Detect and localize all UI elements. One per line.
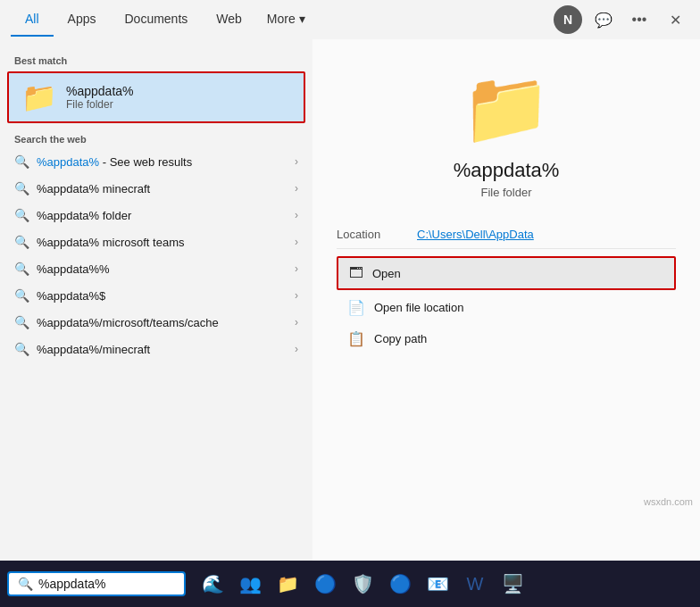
feedback-icon[interactable]: 💬 — [589, 5, 618, 34]
app-folder-icon: 📁 — [462, 66, 551, 150]
search-icon: 🔍 — [14, 315, 29, 329]
list-item[interactable]: 🔍 %appdata%% › — [0, 255, 312, 282]
search-icon: 🔍 — [14, 288, 29, 303]
search-icon: 🔍 — [14, 262, 29, 276]
tab-more[interactable]: More ▾ — [256, 3, 316, 37]
main-layout: Best match 📁 %appdata% File folder Searc… — [0, 39, 700, 561]
search-icon: 🔍 — [14, 342, 29, 356]
best-match-item[interactable]: 📁 %appdata% File folder — [7, 71, 305, 123]
action-list: 🗔 Open 📄 Open file location 📋 Copy path — [337, 256, 676, 354]
result-text: %appdata%% — [37, 262, 110, 276]
open-label: Open — [372, 267, 401, 280]
result-text: %appdata% - See web results — [37, 155, 192, 169]
list-item[interactable]: 🔍 %appdata% folder › — [0, 202, 312, 229]
best-match-title: %appdata% — [66, 84, 134, 98]
result-left: 🔍 %appdata% minecraft — [14, 181, 150, 195]
chrome-icon[interactable]: 🔵 — [307, 566, 343, 602]
list-item[interactable]: 🔍 %appdata%$ › — [0, 282, 312, 309]
app-icon-extra[interactable]: 🖥️ — [495, 566, 530, 602]
best-match-text: %appdata% File folder — [66, 84, 134, 111]
chevron-right-icon: › — [295, 236, 298, 248]
tab-web[interactable]: Web — [202, 3, 256, 37]
taskbar: 🔍 🌊 👥 📁 🔵 🛡️ 🔵 📧 W 🖥️ — [0, 561, 700, 607]
watermark: wsxdn.com — [644, 496, 693, 507]
search-web-label: Search the web — [0, 125, 312, 148]
more-label: More — [267, 12, 296, 26]
chevron-right-icon: › — [295, 155, 298, 168]
result-left: 🔍 %appdata% folder — [14, 208, 131, 222]
location-label: Location — [337, 228, 417, 241]
info-row: Location C:\Users\Dell\AppData — [337, 220, 676, 249]
user-avatar[interactable]: N — [554, 5, 582, 34]
tab-documents[interactable]: Documents — [110, 3, 202, 37]
result-text: %appdata% folder — [37, 209, 131, 222]
tab-apps[interactable]: Apps — [54, 3, 111, 37]
list-item[interactable]: 🔍 %appdata%/microsoft/teams/cache › — [0, 309, 312, 336]
right-panel: 📁 %appdata% File folder Location C:\User… — [312, 39, 700, 561]
explorer-icon[interactable]: 📁 — [270, 566, 305, 602]
google-icon[interactable]: 🔵 — [382, 566, 418, 602]
edge-icon[interactable]: 🌊 — [195, 566, 230, 602]
result-text: %appdata%/minecraft — [37, 343, 150, 356]
list-item[interactable]: 🔍 %appdata% - See web results › — [0, 148, 312, 175]
open-action[interactable]: 🗔 Open — [337, 256, 676, 290]
result-text: %appdata%$ — [37, 289, 105, 303]
top-nav: All Apps Documents Web More ▾ N 💬 ••• ✕ — [0, 0, 700, 39]
list-item[interactable]: 🔍 %appdata% microsoft teams › — [0, 229, 312, 255]
copy-path-label: Copy path — [374, 332, 427, 345]
chevron-right-icon: › — [295, 289, 298, 302]
open-icon: 🗔 — [349, 265, 363, 281]
best-match-subtitle: File folder — [66, 98, 134, 111]
taskbar-search[interactable]: 🔍 — [7, 571, 186, 596]
search-icon: 🔍 — [14, 181, 29, 195]
chevron-right-icon: › — [295, 343, 298, 355]
result-left: 🔍 %appdata%/minecraft — [14, 342, 150, 356]
search-icon: 🔍 — [14, 154, 29, 169]
antivirus-icon[interactable]: 🛡️ — [345, 566, 380, 602]
copy-path-action[interactable]: 📋 Copy path — [337, 323, 676, 354]
chevron-right-icon: › — [295, 182, 298, 195]
open-file-location-label: Open file location — [374, 301, 463, 314]
nav-right: N 💬 ••• ✕ — [554, 5, 689, 34]
result-left: 🔍 %appdata%$ — [14, 288, 105, 303]
location-value[interactable]: C:\Users\Dell\AppData — [417, 228, 534, 241]
open-file-location-action[interactable]: 📄 Open file location — [337, 292, 676, 323]
result-text: %appdata% microsoft teams — [37, 236, 184, 249]
copy-path-icon: 📋 — [347, 330, 365, 347]
nav-tabs: All Apps Documents Web More ▾ — [11, 3, 554, 37]
app-subtitle: File folder — [480, 186, 531, 199]
folder-icon: 📁 — [21, 80, 57, 114]
chevron-right-icon: › — [295, 262, 298, 275]
best-match-label: Best match — [0, 50, 312, 70]
tab-all[interactable]: All — [11, 3, 54, 37]
result-text: %appdata% minecraft — [37, 182, 150, 195]
teams-icon[interactable]: 👥 — [232, 566, 268, 602]
more-options-icon[interactable]: ••• — [625, 5, 654, 34]
chevron-down-icon: ▾ — [299, 12, 305, 26]
result-left: 🔍 %appdata% microsoft teams — [14, 235, 184, 249]
chevron-right-icon: › — [295, 209, 298, 221]
search-icon: 🔍 — [14, 235, 29, 249]
list-item[interactable]: 🔍 %appdata% minecraft › — [0, 175, 312, 202]
file-location-icon: 📄 — [347, 299, 365, 316]
word-icon[interactable]: W — [457, 566, 493, 602]
result-text: %appdata%/microsoft/teams/cache — [37, 316, 219, 329]
list-item[interactable]: 🔍 %appdata%/minecraft › — [0, 336, 312, 362]
chevron-right-icon: › — [295, 316, 298, 328]
close-icon[interactable]: ✕ — [661, 5, 689, 34]
app-title: %appdata% — [454, 159, 560, 182]
search-icon: 🔍 — [14, 208, 29, 222]
taskbar-search-icon: 🔍 — [18, 577, 33, 591]
left-panel: Best match 📁 %appdata% File folder Searc… — [0, 39, 312, 561]
result-left: 🔍 %appdata% - See web results — [14, 154, 192, 169]
result-left: 🔍 %appdata%% — [14, 262, 110, 276]
search-input[interactable] — [38, 577, 175, 591]
mail-icon[interactable]: 📧 — [420, 566, 455, 602]
result-left: 🔍 %appdata%/microsoft/teams/cache — [14, 315, 219, 329]
